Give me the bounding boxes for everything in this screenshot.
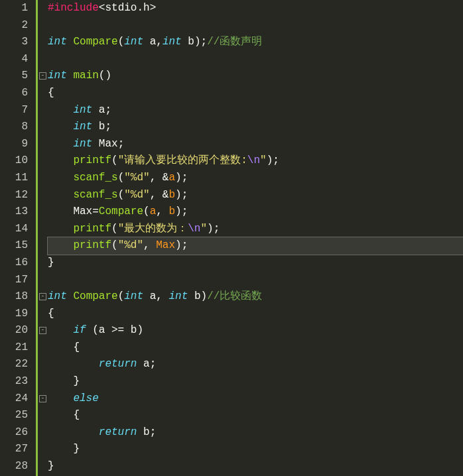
line-number: 16 (5, 255, 28, 272)
token-fn: printf (73, 154, 111, 166)
token-op (48, 154, 73, 166)
token-op: { (48, 341, 80, 353)
line-number: 22 (5, 356, 28, 373)
token-op: ); (175, 172, 188, 184)
token-op (48, 189, 73, 201)
token-op (48, 324, 73, 336)
token-str: " (260, 154, 267, 166)
code-line[interactable]: #include<stdio.h> (48, 0, 463, 17)
line-number: 11 (5, 170, 28, 187)
token-ident: b (188, 36, 194, 48)
code-line[interactable]: } (48, 373, 463, 390)
token-op: < (99, 2, 105, 14)
code-editor-area[interactable]: #include<stdio.h>int Compare(int a,int b… (48, 0, 463, 476)
token-op (67, 70, 74, 82)
token-ident: Max (99, 138, 118, 150)
token-op: ( (118, 189, 125, 201)
token-op: , & (150, 189, 169, 201)
token-op (48, 426, 99, 438)
code-line[interactable]: int Compare(int a,int b);//函数声明 (48, 34, 463, 51)
code-line[interactable]: { (48, 407, 463, 424)
line-number: 3 (5, 34, 28, 51)
token-esc: \n (188, 223, 200, 235)
code-line[interactable]: printf("%d", Max); (48, 237, 463, 255)
code-line[interactable]: int Max; (48, 136, 463, 153)
code-line[interactable]: } (48, 458, 463, 475)
token-op: > (150, 2, 157, 14)
token-type: int (48, 290, 67, 302)
token-op: () (99, 70, 111, 82)
token-op: ( (111, 239, 118, 251)
token-op: ; (118, 138, 125, 150)
code-line[interactable] (48, 51, 463, 68)
line-number: 25 (5, 407, 28, 424)
token-op (182, 36, 188, 48)
code-line[interactable]: { (48, 306, 463, 323)
token-op (143, 290, 150, 302)
line-number: 19 (5, 306, 28, 323)
code-line[interactable]: } (48, 441, 463, 458)
code-line[interactable]: { (48, 85, 463, 102)
code-line[interactable]: else (48, 390, 463, 408)
token-op (48, 358, 99, 370)
token-ident: a (99, 104, 105, 116)
line-number: 15 (5, 237, 28, 255)
token-pre: #include (48, 2, 99, 14)
line-number: 28 (5, 458, 28, 475)
code-line[interactable]: return a; (48, 356, 463, 373)
code-line[interactable]: scanf_s("%d", &b); (48, 187, 463, 204)
token-op (48, 138, 73, 150)
code-line[interactable]: int a; (48, 102, 463, 119)
token-fn: printf (73, 239, 111, 251)
token-op: ); (207, 223, 220, 235)
fold-toggle[interactable]: - (39, 327, 46, 334)
code-line[interactable]: Max=Compare(a, b); (48, 204, 463, 221)
token-op: ); (175, 206, 188, 217)
token-op: , (156, 290, 168, 302)
line-number: 6 (5, 85, 28, 102)
token-type: int (73, 121, 92, 133)
token-ident: a (150, 290, 157, 302)
code-line[interactable]: return b; (48, 424, 463, 442)
token-ident: stdio.h (105, 2, 149, 14)
token-op: ); (175, 189, 188, 201)
code-line[interactable] (48, 17, 463, 34)
token-op (48, 223, 73, 235)
token-type: int (48, 70, 67, 82)
line-number: 21 (5, 339, 28, 357)
fold-toggle[interactable]: - (39, 395, 46, 402)
line-number: 18 (5, 288, 28, 306)
token-op: ( (111, 223, 118, 235)
fold-toggle[interactable]: - (39, 293, 46, 300)
token-kw: if (73, 324, 86, 336)
fold-toggle[interactable]: - (39, 72, 46, 80)
code-line[interactable]: if (a >= b) (48, 322, 463, 339)
token-type: int (73, 104, 92, 116)
line-number: 14 (5, 221, 28, 238)
code-line[interactable]: int main() (48, 68, 463, 85)
code-line[interactable] (48, 272, 463, 289)
code-line[interactable]: int b; (48, 119, 463, 136)
token-op: = (92, 206, 99, 217)
token-op: b; (137, 426, 156, 438)
code-line[interactable]: } (48, 255, 463, 272)
token-op: ) (201, 290, 208, 302)
token-str: "最大的数为： (118, 223, 188, 235)
code-line[interactable]: int Compare(int a, int b)//比较函数 (48, 288, 463, 306)
token-type: int (163, 36, 182, 48)
line-number: 20 (5, 322, 28, 339)
code-line[interactable]: scanf_s("%d", &a); (48, 170, 463, 187)
token-op: } (48, 460, 54, 472)
token-op (67, 290, 74, 302)
token-var: b (168, 189, 175, 201)
token-op (48, 392, 73, 404)
code-line[interactable]: printf("最大的数为：\n"); (48, 221, 463, 238)
token-op (67, 36, 74, 48)
line-number: 23 (5, 373, 28, 390)
code-line[interactable]: printf("请输入要比较的两个整数:\n"); (48, 152, 463, 170)
token-fn: main (73, 70, 98, 82)
code-line[interactable]: { (48, 339, 463, 357)
token-type: int (73, 138, 92, 150)
token-type: int (168, 290, 188, 302)
token-op (48, 206, 73, 217)
